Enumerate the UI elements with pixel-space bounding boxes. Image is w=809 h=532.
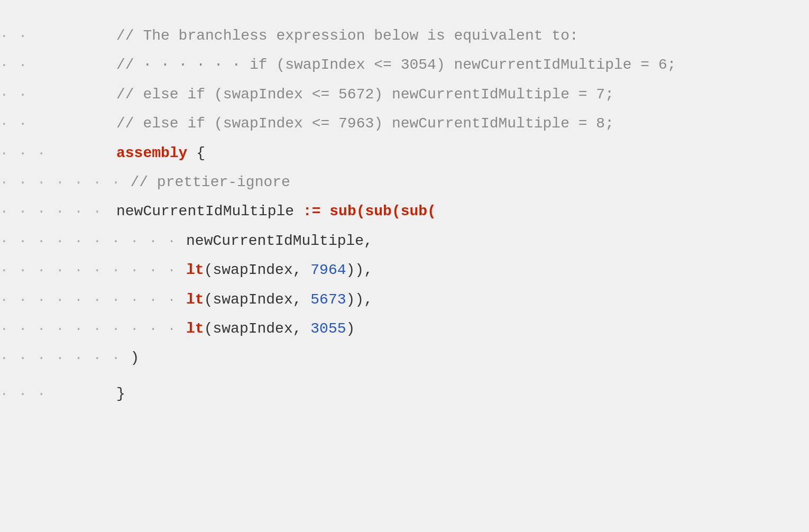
code-line-13 <box>0 373 809 379</box>
code-block: · · // The branchless expression below i… <box>0 21 809 408</box>
line-9-segment-1: lt <box>186 259 204 281</box>
line-8-segment-1: newCurrentIdMultiple, <box>186 230 373 252</box>
line-dots-5: · · · <box>0 143 116 164</box>
line-dots-4: · · <box>0 113 116 134</box>
line-4-segment-1: // else if (swapIndex <= 7963) newCurren… <box>116 112 614 135</box>
code-line-14: · · · } <box>0 379 809 408</box>
line-6-segment-1: // prettier-ignore <box>130 171 290 194</box>
line-11-segment-2: (swapIndex, <box>204 317 311 340</box>
line-9-segment-2: (swapIndex, <box>204 259 311 281</box>
line-dots-9: · · · · · · · · · · <box>0 260 186 281</box>
line-5-segment-1: assembly <box>116 142 187 164</box>
line-7-segment-1: newCurrentIdMultiple <box>116 200 303 223</box>
code-line-9: · · · · · · · · · · lt(swapIndex, 7964))… <box>0 255 809 285</box>
line-dots-12: · · · · · · · <box>0 347 130 369</box>
line-7-segment-3 <box>320 200 329 223</box>
line-7-segment-2: := <box>303 200 321 223</box>
line-14-segment-1: } <box>116 382 125 405</box>
line-5-segment-2: { <box>187 142 205 164</box>
line-10-segment-3: 5673 <box>310 288 346 311</box>
line-1-segment-1: // The branchless expression below is eq… <box>116 24 578 47</box>
line-9-segment-3: 7964 <box>310 259 346 281</box>
line-dots-6: · · · · · · · <box>0 172 130 193</box>
code-line-4: · · // else if (swapIndex <= 7963) newCu… <box>0 109 809 138</box>
line-11-segment-1: lt <box>186 317 204 340</box>
code-line-5: · · · assembly { <box>0 139 809 168</box>
code-line-11: · · · · · · · · · · lt(swapIndex, 3055) <box>0 314 809 343</box>
code-line-6: · · · · · · · // prettier-ignore <box>0 168 809 197</box>
code-line-12: · · · · · · · ) <box>0 343 809 372</box>
line-12-segment-1: ) <box>130 346 139 369</box>
line-dots-8: · · · · · · · · · · <box>0 231 186 252</box>
line-10-segment-1: lt <box>186 288 204 311</box>
line-dots-1: · · <box>0 25 116 47</box>
line-dots-14: · · · <box>0 383 116 405</box>
code-line-8: · · · · · · · · · · newCurrentIdMultiple… <box>0 226 809 255</box>
line-10-segment-4: )), <box>346 288 373 311</box>
line-3-segment-1: // else if (swapIndex <= 5672) newCurren… <box>116 83 614 106</box>
line-7-segment-4: sub(sub(sub( <box>329 200 436 223</box>
line-11-segment-4: ) <box>346 317 355 340</box>
code-line-7: · · · · · · newCurrentIdMultiple := sub(… <box>0 197 809 226</box>
code-line-1: · · // The branchless expression below i… <box>0 21 809 50</box>
line-dots-11: · · · · · · · · · · <box>0 318 186 340</box>
line-dots-3: · · <box>0 84 116 105</box>
line-11-segment-3: 3055 <box>310 317 346 340</box>
code-line-3: · · // else if (swapIndex <= 5672) newCu… <box>0 80 809 109</box>
line-2-segment-1: // · · · · · · if (swapIndex <= 3054) ne… <box>116 53 676 76</box>
code-line-2: · · // · · · · · · if (swapIndex <= 3054… <box>0 50 809 79</box>
line-9-segment-4: )), <box>346 259 373 281</box>
line-dots-2: · · <box>0 54 116 76</box>
line-10-segment-2: (swapIndex, <box>204 288 311 311</box>
code-line-10: · · · · · · · · · · lt(swapIndex, 5673))… <box>0 285 809 314</box>
line-dots-7: · · · · · · <box>0 201 116 222</box>
line-dots-10: · · · · · · · · · · <box>0 289 186 310</box>
